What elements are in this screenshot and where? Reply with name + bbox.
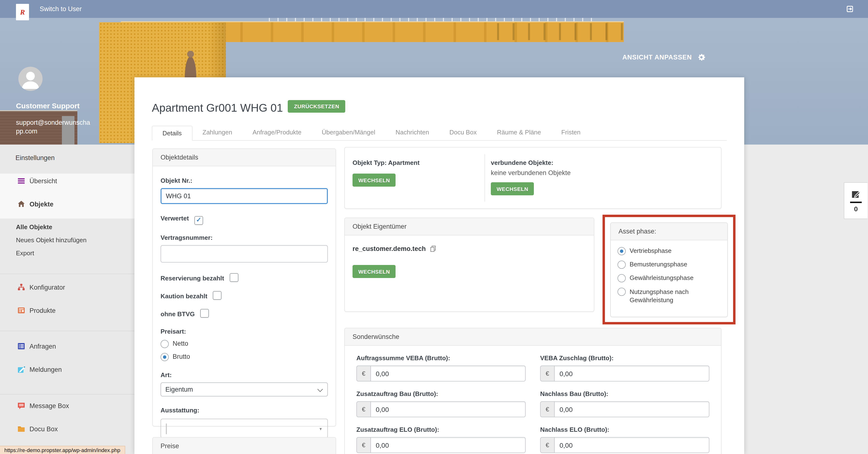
radio-label: Vertriebsphase — [629, 247, 672, 254]
profile-name: Customer Support — [16, 101, 80, 110]
reset-button[interactable]: ZURÜCKSETZEN — [288, 100, 345, 112]
building-windows — [484, 23, 624, 40]
field-label: Auftragssumme VEBA (Brutto): — [356, 354, 526, 362]
euro-prefix: € — [540, 437, 555, 453]
sidebar-item-message-box[interactable]: Message Box — [0, 400, 134, 411]
view-customize[interactable]: ANSICHT ANPASSEN — [622, 53, 706, 62]
tab-fristen[interactable]: Fristen — [551, 125, 591, 140]
sidebar-item-neues-objekt[interactable]: Neues Objekt hinzufügen — [0, 234, 134, 245]
radio-netto[interactable] — [160, 340, 169, 348]
sidebar-item-label: Neues Objekt hinzufügen — [16, 236, 87, 244]
eigentuemer-value: re_customer.demo.tech — [352, 245, 426, 252]
sidebar-item-export[interactable]: Export — [0, 248, 134, 258]
sidebar-item-label: Message Box — [30, 402, 69, 409]
tab-uebergaben-maengel[interactable]: Übergaben/Mängel — [312, 125, 385, 140]
page-title: Apartment Gr001 WHG 01 — [152, 101, 283, 115]
preisart-option-brutto[interactable]: Brutto — [160, 353, 328, 361]
sidebar-item-objekte[interactable]: Objekte — [0, 199, 134, 209]
verbundene-objekte-wechseln-button[interactable]: WECHSELN — [491, 182, 534, 195]
tab-raeume-plaene[interactable]: Räume & Pläne — [487, 125, 551, 140]
euro-prefix: € — [356, 365, 371, 382]
objekt-typ-wechseln-button[interactable]: WECHSELN — [352, 173, 396, 187]
sitemap-icon — [18, 283, 25, 291]
gear-icon[interactable] — [696, 53, 706, 62]
zusatzauftrag-elo-input[interactable] — [371, 437, 526, 453]
sidebar-item-einstellungen[interactable]: Einstellungen — [0, 152, 134, 163]
switch-to-user-label: Switch to User — [40, 5, 82, 12]
divider — [0, 274, 134, 274]
list-icon — [18, 342, 25, 350]
avatar — [19, 67, 42, 91]
art-select[interactable]: Eigentum — [160, 383, 328, 396]
asset-phase-option[interactable]: Bemusterungsphase — [618, 261, 720, 269]
eigentuemer-wechseln-button[interactable]: WECHSELN — [352, 265, 396, 278]
veba-zuschlag-input[interactable] — [555, 365, 709, 382]
objekt-nr-input[interactable] — [160, 188, 328, 204]
preisart-option-netto[interactable]: Netto — [160, 340, 328, 348]
radio-bemusterungsphase[interactable] — [618, 261, 626, 269]
vertragsnummer-input[interactable] — [160, 245, 328, 263]
logo-glyph: R — [20, 8, 25, 16]
site-logo[interactable]: R — [16, 4, 29, 20]
sidebar-item-uebersicht[interactable]: Übersicht — [0, 175, 134, 186]
radio-brutto[interactable] — [160, 353, 169, 361]
ausstattung-select[interactable]: ▼ — [160, 419, 328, 438]
asset-phase-option[interactable]: Nutzungsphase nach Gewährleistung — [618, 288, 720, 304]
logout-icon[interactable] — [846, 5, 854, 12]
verbundene-objekte-value: keine verbundenen Objekte — [491, 169, 714, 176]
sidebar-item-produkte[interactable]: Produkte — [0, 305, 134, 316]
zusatzauftrag-bau-input[interactable] — [371, 401, 526, 417]
currency-input-group: € — [540, 401, 709, 417]
auftragssumme-veba-input[interactable] — [371, 365, 526, 382]
reservierung-bezahlt-checkbox[interactable] — [230, 273, 239, 282]
sidebar-item-meldungen[interactable]: Meldungen — [0, 364, 134, 375]
verwertet-checkbox[interactable]: ✓ — [194, 216, 203, 225]
copy-icon[interactable] — [430, 245, 436, 252]
radio-vertriebsphase[interactable] — [618, 247, 626, 255]
edit-count: 0 — [854, 205, 858, 213]
asset-phase-panel: Asset phase: Vertriebsphase Bemusterungs… — [610, 222, 728, 317]
tab-docu-box[interactable]: Docu Box — [439, 125, 487, 140]
person-icon — [19, 67, 42, 91]
tab-zahlungen[interactable]: Zahlungen — [192, 125, 243, 140]
currency-input-group: € — [540, 365, 709, 382]
nachlass-bau-input[interactable] — [555, 401, 709, 417]
objektdetails-panel: Objektdetails Objekt Nr.: Verwertet ✓ Ve… — [152, 149, 336, 426]
tab-nachrichten[interactable]: Nachrichten — [385, 125, 439, 140]
preise-panel: Preise — [152, 437, 336, 454]
euro-prefix: € — [540, 365, 555, 382]
tab-bar: Details Zahlungen Anfrage/Produkte Überg… — [152, 126, 727, 141]
tab-details[interactable]: Details — [152, 126, 192, 141]
radio-label: Nutzungsphase nach Gewährleistung — [629, 288, 712, 304]
field-label: VEBA Zuschlag (Brutto): — [540, 354, 709, 362]
radio-gewaehrleistungsphase[interactable] — [618, 274, 626, 282]
sidebar-item-anfragen[interactable]: Anfragen — [0, 341, 134, 352]
kaution-bezahlt-label: Kaution bezahlt — [160, 293, 208, 300]
sidebar-item-label: Konfigurator — [30, 284, 65, 291]
currency-input-group: € — [356, 437, 526, 453]
field-label: Nachlass ELO (Brutto): — [540, 426, 709, 433]
objekt-nr-label: Objekt Nr.: — [160, 177, 328, 184]
sonderwuensche-panel: Sonderwünsche Auftragssumme VEBA (Brutto… — [344, 328, 721, 454]
currency-input-group: € — [356, 401, 526, 417]
radio-nutzungsphase[interactable] — [618, 288, 626, 296]
asset-phase-option[interactable]: Vertriebsphase — [618, 247, 720, 255]
asset-phase-option[interactable]: Gewährleistungsphase — [618, 274, 720, 282]
menu-icon — [18, 177, 25, 185]
products-icon — [18, 306, 25, 314]
edit-note-icon — [851, 189, 861, 198]
radio-label: Netto — [173, 340, 188, 347]
switch-to-user-link[interactable]: Switch to User — [40, 0, 82, 18]
sidebar-item-docu-box[interactable]: Docu Box — [0, 424, 134, 434]
tab-anfrage-produkte[interactable]: Anfrage/Produkte — [242, 125, 311, 140]
euro-prefix: € — [356, 401, 371, 417]
sidebar-item-label: Meldungen — [30, 366, 62, 373]
edit-count-widget[interactable]: 0 — [844, 182, 868, 219]
objekt-typ-panel: Objekt Typ: Apartment WECHSELN verbunden… — [344, 147, 721, 209]
ohne-btvg-checkbox[interactable] — [200, 309, 209, 318]
sidebar-item-konfigurator[interactable]: Konfigurator — [0, 282, 134, 293]
sidebar-item-alle-objekte[interactable]: Alle Objekte — [0, 221, 134, 232]
asset-phase-highlight: Asset phase: Vertriebsphase Bemusterungs… — [602, 215, 736, 324]
nachlass-elo-input[interactable] — [555, 437, 709, 453]
kaution-bezahlt-checkbox[interactable] — [213, 291, 221, 300]
